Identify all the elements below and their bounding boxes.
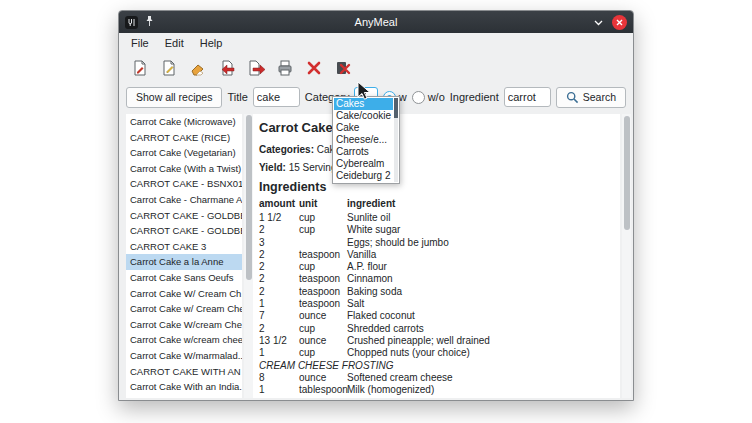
recipe-view-scrollbar[interactable] xyxy=(622,114,631,398)
category-dropdown-item[interactable]: Cake xyxy=(334,122,393,134)
recipe-list-item[interactable]: CARROT CAKE - GOLDBECK xyxy=(126,223,242,239)
section-label: CREAM CHEESE FROSTING xyxy=(259,360,619,372)
recipe-list[interactable]: Carrot Cake (Microwave)CARROT CAKE (RICE… xyxy=(126,114,242,398)
print-icon[interactable] xyxy=(272,55,298,81)
category-dropdown-item[interactable]: Ceideburg 2 xyxy=(334,170,393,182)
search-button[interactable]: Search xyxy=(556,87,626,108)
recipe-list-item[interactable]: Carrot Cake - Charmane A... xyxy=(126,192,242,208)
col-header-ingredient: ingredient xyxy=(347,198,619,212)
ingredient-ingredient: Cinnamon xyxy=(347,273,619,285)
app-icon[interactable] xyxy=(125,16,138,29)
menu-help[interactable]: Help xyxy=(192,35,231,51)
ingredient-unit: ounce xyxy=(299,335,347,347)
title-input[interactable] xyxy=(253,87,300,107)
title-label: Title xyxy=(227,91,247,103)
ingredient-ingredient: Flaked coconut xyxy=(347,310,619,322)
recipe-view: Carrot Cake a la Anne Categories: Cakes … xyxy=(253,114,620,398)
without-radio-label: w/o xyxy=(428,91,445,103)
ingredient-amount: 7 xyxy=(259,310,299,322)
ingredient-unit: cup xyxy=(299,261,347,273)
shade-window-icon[interactable] xyxy=(593,13,604,31)
ingredient-section-row: CREAM CHEESE FROSTING xyxy=(259,360,619,372)
ingredient-row: 2teaspoonCinnamon xyxy=(259,273,619,285)
recipe-list-item[interactable]: Carrot Cake (Microwave) xyxy=(126,114,242,130)
menu-edit[interactable]: Edit xyxy=(157,35,192,51)
ingredient-unit: teaspoon xyxy=(299,249,347,261)
recipe-list-scrollbar[interactable] xyxy=(244,114,253,398)
recipe-list-item[interactable]: Carrot Cake w/ Cream Che... xyxy=(126,301,242,317)
recipe-list-item[interactable]: Carrot Cake With an India... xyxy=(126,379,242,395)
recipe-list-item[interactable]: CARROT CAKE WITH AN I... xyxy=(126,364,242,380)
ingredient-amount: 2 xyxy=(259,286,299,298)
scrollbar-thumb[interactable] xyxy=(246,115,252,280)
recipe-categories: Categories: Cakes xyxy=(259,144,616,155)
ingredients-table-body: 1 1/2cupSunlite oil2cupWhite sugar3Eggs;… xyxy=(259,212,619,396)
recipe-list-item[interactable]: Carrot Cake W/cream Che... xyxy=(126,317,242,333)
recipe-yield: Yield: 15 Servings xyxy=(259,162,616,173)
recipe-list-item[interactable]: Carrot Cake (With a Twist) xyxy=(126,161,242,177)
category-dropdown-item[interactable]: Cyberealm xyxy=(334,158,393,170)
ingredient-ingredient: White sugar xyxy=(347,224,619,236)
category-dropdown-item[interactable]: Carrots xyxy=(334,146,393,158)
yield-label: Yield: xyxy=(259,162,286,173)
ingredient-unit: tablespoon xyxy=(299,384,347,396)
ingredient-amount: 1 xyxy=(259,298,299,310)
ingredient-row: 1cupChopped nuts (your choice) xyxy=(259,347,619,359)
recipe-list-item[interactable]: Carrot Cake (Vegetarian) xyxy=(126,145,242,161)
recipe-list-item[interactable]: CARROT CAKE - GOLDBECK xyxy=(126,208,242,224)
category-dropdown-item[interactable]: Cake/cookie xyxy=(334,110,393,122)
ingredient-unit: ounce xyxy=(299,372,347,384)
recipe-list-item[interactable]: CARROT CAKE 3 xyxy=(126,239,242,255)
ingredient-amount: 2 xyxy=(259,323,299,335)
col-header-amount: amount xyxy=(259,198,299,212)
ingredient-unit: teaspoon xyxy=(299,286,347,298)
ingredient-row: 2cupWhite sugar xyxy=(259,224,619,236)
show-all-recipes-button[interactable]: Show all recipes xyxy=(126,87,222,108)
dropdown-scrollbar[interactable] xyxy=(394,98,398,182)
scrollbar-thumb[interactable] xyxy=(624,116,630,230)
titlebar[interactable]: AnyMeal xyxy=(119,11,633,33)
eraser-icon[interactable] xyxy=(185,55,211,81)
ingredient-row: 2cupA.P. flour xyxy=(259,261,619,273)
ingredient-row: 2teaspoonVanilla xyxy=(259,249,619,261)
recipe-list-item[interactable]: Carrot Cake Sans Oeufs xyxy=(126,270,242,286)
recipe-list-item[interactable]: CARROT CAKE - BSNX01A xyxy=(126,176,242,192)
ingredient-ingredient: Sunlite oil xyxy=(347,212,619,224)
ingredient-ingredient: Softened cream cheese xyxy=(347,372,619,384)
ingredient-row: 2teaspoonBaking soda xyxy=(259,286,619,298)
edit-recipe-icon[interactable] xyxy=(156,55,182,81)
ingredient-ingredient: Crushed pineapple; well drained xyxy=(347,335,619,347)
new-recipe-icon[interactable] xyxy=(127,55,153,81)
delete-recipe-icon[interactable] xyxy=(301,55,327,81)
without-radio[interactable] xyxy=(412,91,425,104)
ingredient-row: 13 1/2ounceCrushed pineapple; well drain… xyxy=(259,335,619,347)
export-icon[interactable] xyxy=(243,55,269,81)
ingredient-unit: cup xyxy=(299,224,347,236)
ingredient-amount: 2 xyxy=(259,261,299,273)
close-window-button[interactable] xyxy=(612,15,627,30)
ingredient-amount: 1 xyxy=(259,347,299,359)
without-radio-group[interactable]: w/o xyxy=(412,91,445,104)
ingredient-unit: teaspoon xyxy=(299,298,347,310)
category-dropdown-item[interactable]: Cheese/e... xyxy=(334,134,393,146)
categories-label: Categories: xyxy=(259,144,314,155)
category-dropdown-list: CakesCake/cookieCakeCheese/e...CarrotsCy… xyxy=(334,98,393,182)
ingredient-unit: cup xyxy=(299,212,347,224)
ingredients-heading: Ingredients xyxy=(259,180,616,194)
recipe-list-item[interactable]: Carrot Cake w/cream chee... xyxy=(126,332,242,348)
ingredient-row: 3Eggs; should be jumbo xyxy=(259,237,619,249)
recipe-list-item[interactable]: Carrot Cake W/ Cream Ch... xyxy=(126,286,242,302)
ingredient-amount: 2 xyxy=(259,249,299,261)
ingredient-input[interactable] xyxy=(504,87,551,107)
import-icon[interactable] xyxy=(214,55,240,81)
recipe-list-item[interactable]: Carrot Cake a la Anne xyxy=(126,254,242,270)
dropdown-scrollbar-thumb[interactable] xyxy=(394,98,398,118)
recipe-list-item[interactable]: CARROT CAKE (RICE) xyxy=(126,130,242,146)
ingredient-ingredient: A.P. flour xyxy=(347,261,619,273)
ingredient-unit: ounce xyxy=(299,310,347,322)
recipe-list-item[interactable]: Carrot Cake W/marmalad... xyxy=(126,348,242,364)
menu-file[interactable]: File xyxy=(123,35,157,51)
ingredient-label: Ingredient xyxy=(450,91,499,103)
pin-icon[interactable] xyxy=(144,13,155,31)
quit-icon[interactable] xyxy=(330,55,356,81)
